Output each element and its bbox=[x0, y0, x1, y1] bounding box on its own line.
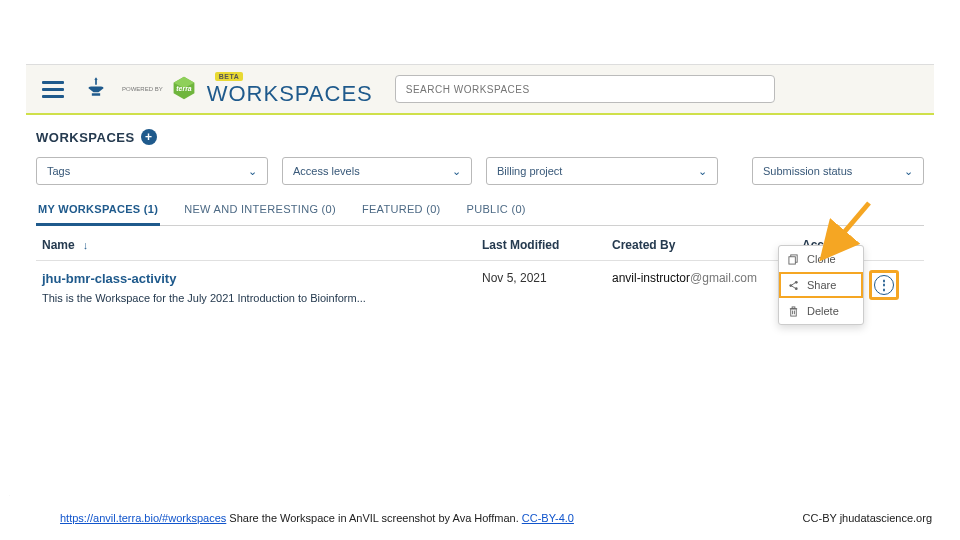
footer-url-link[interactable]: https://anvil.terra.bio/#workspaces bbox=[60, 512, 226, 524]
powered-by-label: POWERED BY bbox=[122, 86, 163, 92]
svg-rect-4 bbox=[788, 256, 794, 263]
filter-submission-label: Submission status bbox=[763, 165, 852, 177]
col-modified[interactable]: Last Modified bbox=[482, 238, 612, 252]
terra-logo: terra bbox=[171, 75, 197, 104]
chevron-down-icon: ⌄ bbox=[452, 165, 461, 178]
sort-arrow-icon[interactable]: ↓ bbox=[83, 239, 89, 251]
filter-tags-label: Tags bbox=[47, 165, 70, 177]
topbar: POWERED BY terra BETA WORKSPACES bbox=[26, 65, 934, 115]
filter-submission[interactable]: Submission status ⌄ bbox=[752, 157, 924, 185]
footer-attribution: CC-BY jhudatascience.org bbox=[803, 512, 932, 524]
filter-billing-label: Billing project bbox=[497, 165, 562, 177]
tabs: MY WORKSPACES (1) NEW AND INTERESTING (0… bbox=[36, 197, 924, 226]
trash-icon bbox=[787, 305, 799, 317]
chevron-down-icon: ⌄ bbox=[904, 165, 913, 178]
beta-badge: BETA bbox=[215, 72, 244, 81]
footer-license-link[interactable]: CC-BY-4.0 bbox=[522, 512, 574, 524]
workspace-modified: Nov 5, 2021 bbox=[482, 271, 612, 285]
section-title-text: WORKSPACES bbox=[36, 130, 135, 145]
chevron-down-icon: ⌄ bbox=[248, 165, 257, 178]
menu-share[interactable]: Share bbox=[779, 272, 863, 298]
workspace-description: This is the Workspace for the July 2021 … bbox=[42, 292, 482, 304]
page-title: WORKSPACES bbox=[207, 81, 373, 107]
search-input[interactable] bbox=[395, 75, 775, 103]
menu-delete[interactable]: Delete bbox=[779, 298, 863, 324]
app-window: POWERED BY terra BETA WORKSPACES WORKSPA… bbox=[26, 64, 934, 540]
chevron-down-icon: ⌄ bbox=[698, 165, 707, 178]
workspace-created-by: anvil-instructor@gmail.com bbox=[612, 271, 802, 285]
svg-line-9 bbox=[791, 285, 795, 287]
col-created-by[interactable]: Created By bbox=[612, 238, 802, 252]
svg-rect-14 bbox=[792, 306, 795, 308]
anvil-logo bbox=[82, 72, 110, 106]
footer-caption: Share the Workspace in AnVIL screenshot … bbox=[229, 512, 518, 524]
tab-featured[interactable]: FEATURED (0) bbox=[360, 197, 443, 225]
filter-access[interactable]: Access levels ⌄ bbox=[282, 157, 472, 185]
plus-icon[interactable]: + bbox=[141, 129, 157, 145]
svg-text:terra: terra bbox=[176, 84, 192, 91]
svg-rect-10 bbox=[790, 308, 796, 315]
highlight-box bbox=[869, 270, 899, 300]
slide-footer: https://anvil.terra.bio/#workspaces Shar… bbox=[0, 496, 960, 540]
filter-billing[interactable]: Billing project ⌄ bbox=[486, 157, 718, 185]
tab-my-workspaces[interactable]: MY WORKSPACES (1) bbox=[36, 197, 160, 226]
menu-share-label: Share bbox=[807, 279, 836, 291]
tab-new-interesting[interactable]: NEW AND INTERESTING (0) bbox=[182, 197, 338, 225]
share-icon bbox=[787, 279, 799, 291]
filter-tags[interactable]: Tags ⌄ bbox=[36, 157, 268, 185]
workspace-name[interactable]: jhu-bmr-class-activity bbox=[42, 271, 482, 286]
filter-access-label: Access levels bbox=[293, 165, 360, 177]
svg-line-16 bbox=[829, 203, 869, 250]
col-name[interactable]: Name bbox=[42, 238, 75, 252]
svg-line-8 bbox=[791, 282, 795, 284]
filter-row: Tags ⌄ Access levels ⌄ Billing project ⌄… bbox=[36, 157, 924, 185]
section-heading: WORKSPACES + bbox=[36, 129, 924, 145]
menu-icon[interactable] bbox=[36, 71, 70, 108]
menu-delete-label: Delete bbox=[807, 305, 839, 317]
tab-public[interactable]: PUBLIC (0) bbox=[465, 197, 528, 225]
clone-icon bbox=[787, 253, 799, 265]
arrow-annotation bbox=[814, 195, 884, 265]
